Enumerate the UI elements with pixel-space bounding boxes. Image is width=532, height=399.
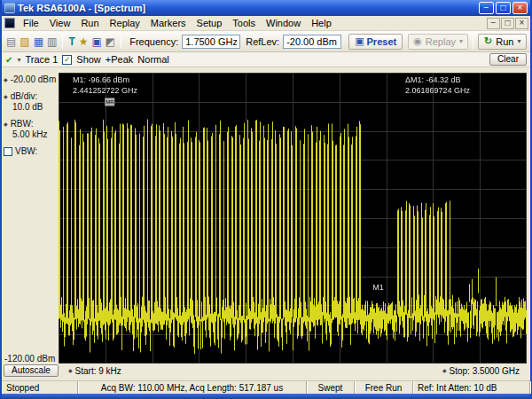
app-window: Tek RSA6100A - [Spectrum] − □ × File Vie… bbox=[0, 0, 532, 399]
run-label: Run bbox=[496, 36, 513, 47]
chevron-down-icon: ▾ bbox=[517, 37, 520, 45]
dbdiv-control[interactable]: ◆ dB/div: bbox=[2, 91, 59, 101]
save-icon[interactable]: ▦ bbox=[33, 34, 44, 50]
replay-label: Replay bbox=[426, 36, 456, 47]
bottom-level-value: -120.00 dBm bbox=[2, 354, 59, 364]
run-icon: ↻ bbox=[484, 35, 492, 47]
frequency-range-bar: Autoscale ◆ Start: 9 kHz ◆ Stop: 3.5000 … bbox=[2, 364, 530, 378]
menu-replay[interactable]: Replay bbox=[105, 17, 145, 29]
readout-line: 2.061869724 GHz bbox=[405, 86, 470, 97]
replay-button[interactable]: ◉ Replay ▾ bbox=[408, 34, 468, 50]
detection-selector[interactable]: +Peak bbox=[106, 54, 134, 65]
menu-help[interactable]: Help bbox=[306, 17, 337, 29]
stop-frequency-label[interactable]: Stop: 3.5000 GHz bbox=[450, 366, 520, 376]
ref-level-control[interactable]: ◆ -20.00 dBm bbox=[2, 74, 59, 84]
toolbar-separator bbox=[473, 35, 473, 49]
menu-tools[interactable]: Tools bbox=[227, 17, 261, 29]
print-icon[interactable]: ▥ bbox=[46, 34, 58, 50]
checkmark-icon: ✓ bbox=[64, 56, 71, 64]
new-file-icon[interactable]: ▤ bbox=[5, 34, 17, 50]
child-close-button[interactable]: × bbox=[515, 18, 528, 29]
spectrum-display: M1: -96.66 dBm 2.441252722 GHz ΔM1: -64.… bbox=[59, 73, 527, 364]
menu-markers[interactable]: Markers bbox=[145, 17, 192, 29]
maximize-button[interactable]: □ bbox=[496, 2, 511, 14]
menu-window[interactable]: Window bbox=[261, 17, 306, 29]
menubar: File View Run Replay Markers Setup Tools… bbox=[2, 16, 530, 31]
trigger-status: Free Run bbox=[355, 381, 413, 394]
window-title: Tek RSA6100A - [Spectrum] bbox=[18, 3, 476, 13]
readout-line: 2.441252722 GHz bbox=[73, 86, 137, 97]
open-file-icon[interactable]: ▨ bbox=[19, 34, 30, 50]
toolbar-separator bbox=[121, 35, 121, 49]
window-bottom-edge bbox=[2, 394, 530, 399]
ref-level-value: -20.00 dBm bbox=[11, 74, 57, 84]
rbw-control[interactable]: ◆ RBW: bbox=[2, 119, 59, 129]
dbdiv-label: dB/div: bbox=[11, 91, 38, 101]
acq-bw-status: Acq BW: 110.00 MHz, Acq Length: 517.187 … bbox=[78, 381, 307, 394]
preset-icon: ▣ bbox=[355, 35, 364, 47]
chevron-down-icon: ▾ bbox=[459, 37, 463, 45]
reflev-input[interactable] bbox=[283, 35, 341, 49]
bullet-icon: ◆ bbox=[442, 368, 447, 373]
bullet-icon: ◆ bbox=[4, 77, 8, 82]
toolbar-separator bbox=[62, 35, 63, 49]
marker-readout-m1: M1: -96.66 dBm 2.441252722 GHz bbox=[73, 75, 137, 96]
preset-label: Preset bbox=[367, 36, 397, 47]
close-button[interactable]: × bbox=[512, 2, 528, 14]
child-minimize-button[interactable]: − bbox=[487, 18, 500, 29]
vbw-control[interactable]: VBW: bbox=[2, 146, 59, 156]
marker-readout-delta: ΔM1: -64.32 dB 2.061869724 GHz bbox=[405, 75, 470, 96]
vbw-checkbox[interactable] bbox=[4, 147, 12, 156]
menu-setup[interactable]: Setup bbox=[192, 17, 228, 29]
bullet-icon: ◆ bbox=[4, 94, 8, 99]
trace-toolbar: ✔ ▾ Trace 1 ✓ Show +Peak Normal Clear bbox=[2, 52, 530, 67]
reflev-label: RefLev: bbox=[246, 36, 279, 47]
spectrum-window-icon bbox=[4, 18, 15, 28]
ref-atten-status: Ref: Int Atten: 10 dB bbox=[413, 381, 530, 394]
statusbar: Stopped Acq BW: 110.00 MHz, Acq Length: … bbox=[2, 380, 530, 394]
menu-run[interactable]: Run bbox=[75, 17, 104, 29]
app-icon bbox=[4, 3, 15, 13]
window-controls: − □ × bbox=[479, 2, 528, 14]
show-checkbox[interactable]: ✓ bbox=[62, 55, 72, 65]
trigger-icon[interactable]: T bbox=[67, 34, 75, 50]
sweep-status: Swept bbox=[307, 381, 355, 394]
minimize-button[interactable]: − bbox=[479, 2, 494, 14]
settings-sidebar: ◆ -20.00 dBm ◆ dB/div: 10.0 dB ◆ RBW: 5.… bbox=[2, 67, 59, 364]
displays-icon[interactable]: ▣ bbox=[90, 34, 102, 50]
frequency-label: Frequency: bbox=[129, 36, 178, 47]
frequency-input[interactable] bbox=[182, 35, 240, 49]
child-restore-button[interactable]: □ bbox=[501, 18, 514, 29]
show-label: Show bbox=[76, 54, 101, 65]
toolbar: ▤ ▨ ▦ ▥ T ★ ▣ ◩ Frequency: RefLev: ▣ Pre… bbox=[2, 31, 530, 52]
bullet-icon: ◆ bbox=[68, 368, 73, 373]
menu-view[interactable]: View bbox=[44, 17, 76, 29]
trace-selector[interactable]: Trace 1 bbox=[25, 54, 58, 65]
readout-line: ΔM1: -64.32 dB bbox=[405, 75, 470, 86]
analyze-icon[interactable]: ◩ bbox=[105, 34, 116, 50]
rbw-label: RBW: bbox=[11, 119, 34, 129]
autoscale-button[interactable]: Autoscale bbox=[4, 364, 59, 377]
titlebar[interactable]: Tek RSA6100A - [Spectrum] − □ × bbox=[2, 0, 530, 16]
replay-icon: ◉ bbox=[413, 35, 422, 47]
menu-file[interactable]: File bbox=[18, 17, 44, 29]
start-frequency-label[interactable]: Start: 9 kHz bbox=[75, 366, 121, 376]
clear-button[interactable]: Clear bbox=[489, 53, 527, 66]
run-button[interactable]: ↻ Run ▾ bbox=[478, 34, 527, 50]
trace-enabled-icon: ✔ bbox=[5, 55, 12, 65]
chevron-down-icon[interactable]: ▾ bbox=[17, 56, 20, 64]
vbw-label: VBW: bbox=[15, 146, 37, 156]
acquisition-status: Stopped bbox=[2, 381, 78, 394]
preset-button[interactable]: ▣ Preset bbox=[348, 34, 403, 50]
rbw-value: 5.00 kHz bbox=[2, 129, 59, 139]
dbdiv-value: 10.0 dB bbox=[2, 102, 59, 112]
spectrum-canvas[interactable] bbox=[59, 73, 527, 364]
function-selector[interactable]: Normal bbox=[137, 54, 168, 65]
readout-line: M1: -96.66 dBm bbox=[73, 75, 137, 86]
bullet-icon: ◆ bbox=[4, 121, 8, 127]
main-area: ◆ -20.00 dBm ◆ dB/div: 10.0 dB ◆ RBW: 5.… bbox=[2, 67, 530, 364]
marker-table-icon[interactable]: ★ bbox=[78, 34, 90, 50]
